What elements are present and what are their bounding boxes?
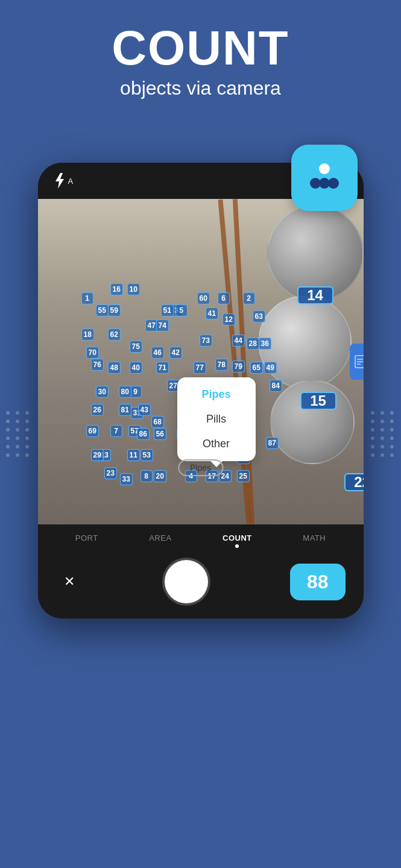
number-box-62: 62 [108, 329, 121, 341]
number-box-56: 56 [154, 428, 166, 440]
close-button[interactable]: ✕ [56, 568, 83, 595]
svg-point-3 [328, 178, 339, 189]
number-box-10: 10 [127, 283, 140, 295]
number-box-78: 78 [215, 359, 228, 371]
number-box-8: 8 [141, 470, 153, 482]
number-box-44: 44 [232, 335, 245, 347]
app-icon[interactable] [291, 145, 358, 211]
number-box-42: 42 [169, 347, 182, 359]
svg-marker-4 [55, 173, 64, 189]
flash-icon[interactable]: A [53, 173, 74, 189]
page-subtitle: objects via camera [12, 77, 389, 99]
number-box-74: 74 [156, 319, 169, 332]
phone-shell: A i 123456789101112131415161718192021222… [38, 163, 364, 618]
dropdown-item-other[interactable]: Other [177, 432, 256, 456]
number-box-86: 86 [137, 428, 150, 440]
number-box-40: 40 [130, 362, 142, 374]
nav-tab-count[interactable]: COUNT [216, 530, 258, 551]
number-box-80: 80 [119, 386, 131, 398]
number-box-75: 75 [130, 341, 142, 353]
number-box-51: 51 [161, 304, 174, 316]
number-box-26: 26 [91, 404, 104, 416]
number-box-65: 65 [250, 362, 263, 374]
number-box-12: 12 [223, 313, 235, 326]
note-icon[interactable] [350, 344, 364, 380]
number-box-53: 53 [141, 449, 153, 461]
number-box-46: 46 [151, 347, 164, 359]
number-box-28: 28 [247, 338, 259, 350]
number-box-5: 5 [175, 304, 188, 316]
dropdown-item-pipes[interactable]: Pipes [177, 382, 256, 407]
number-box-18: 18 [81, 329, 94, 341]
number-box-63: 63 [253, 310, 265, 322]
number-box-71: 71 [156, 362, 169, 374]
nav-tab-port[interactable]: PORT [69, 530, 104, 551]
number-box-68: 68 [151, 416, 164, 428]
number-box-59: 59 [108, 304, 121, 316]
active-tab-indicator [235, 544, 239, 548]
phone-mockup: A i 123456789101112131415161718192021222… [38, 163, 364, 618]
dot-decoration-left [6, 411, 30, 457]
number-box-2: 2 [243, 292, 255, 304]
nav-tab-area[interactable]: AREA [143, 530, 177, 551]
number-box-77: 77 [194, 362, 206, 374]
shutter-button[interactable] [165, 560, 208, 603]
number-box-33: 33 [120, 473, 133, 485]
number-box-14: 14 [297, 286, 333, 304]
number-box-7: 7 [110, 425, 122, 437]
number-box-87: 87 [266, 437, 279, 449]
number-box-29: 29 [91, 449, 104, 461]
count-badge[interactable]: 88 [290, 564, 346, 600]
number-box-41: 41 [206, 307, 218, 319]
number-box-69: 69 [86, 425, 99, 437]
number-box-60: 60 [197, 292, 210, 304]
number-box-16: 16 [110, 283, 123, 295]
page-title: COUNT [12, 24, 389, 72]
number-box-79: 79 [232, 360, 245, 373]
header: COUNT objects via camera [0, 0, 401, 112]
number-box-49: 49 [264, 362, 277, 374]
dropdown-item-pills[interactable]: Pills [177, 407, 256, 432]
number-box-48: 48 [108, 362, 121, 374]
number-box-30: 30 [96, 386, 109, 398]
number-box-6: 6 [218, 292, 230, 304]
number-box-36: 36 [259, 338, 271, 350]
dropdown-menu: Pipes Pills Other [177, 377, 256, 461]
number-box-70: 70 [86, 347, 99, 359]
number-box-84: 84 [270, 380, 282, 392]
number-box-22: 22 [344, 473, 364, 491]
nav-tab-math[interactable]: MATH [297, 530, 332, 551]
number-box-76: 76 [91, 359, 104, 371]
number-box-1: 1 [81, 292, 93, 304]
number-box-55: 55 [96, 304, 109, 316]
nav-controls: ✕ 88 [38, 551, 364, 615]
bottom-nav: PORT AREA COUNT MATH ✕ 88 [38, 524, 364, 618]
dot-decoration-right [371, 411, 395, 457]
number-box-81: 81 [119, 404, 131, 416]
pipes-badge[interactable]: Pipes [178, 459, 223, 476]
number-box-11: 11 [127, 449, 140, 461]
number-box-73: 73 [200, 335, 212, 347]
svg-point-0 [319, 163, 330, 174]
number-box-15: 15 [300, 392, 336, 410]
number-box-25: 25 [237, 470, 250, 482]
number-box-23: 23 [104, 467, 117, 479]
number-box-43: 43 [138, 404, 151, 416]
nav-tabs: PORT AREA COUNT MATH [38, 530, 364, 551]
number-box-20: 20 [154, 470, 166, 482]
camera-view: 1234567891011121314151617181920212223242… [38, 199, 364, 524]
